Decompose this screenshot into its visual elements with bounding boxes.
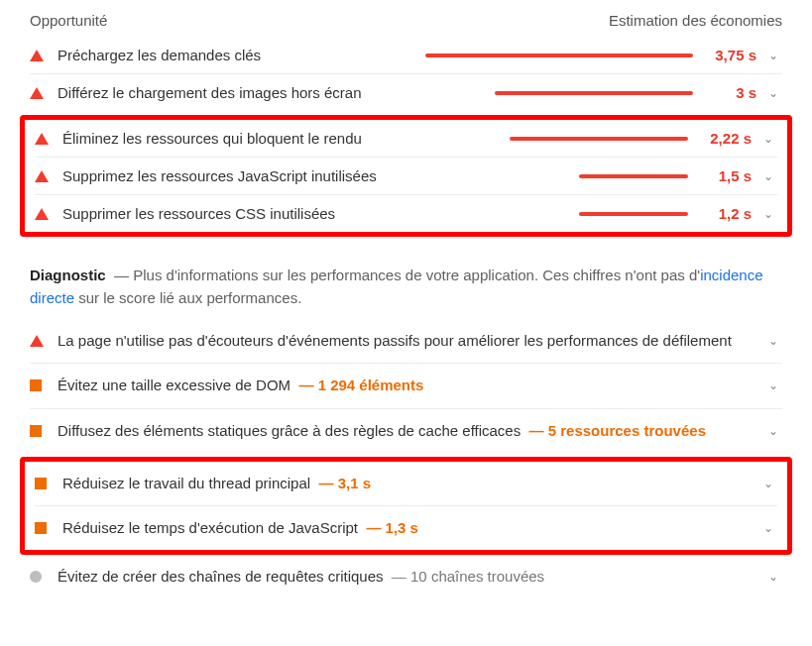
chevron-down-icon[interactable]: ⌄ (759, 132, 777, 146)
diagnostic-text: Réduisez le travail du thread principal … (62, 474, 752, 493)
savings-bar (425, 54, 693, 57)
savings-value: 1,5 s (694, 167, 752, 184)
chevron-down-icon[interactable]: ⌄ (764, 378, 782, 392)
chevron-down-icon[interactable]: ⌄ (759, 477, 777, 490)
diagnostic-row[interactable]: Diffusez des éléments statiques grâce à … (30, 408, 782, 453)
opportunity-table-header: Opportunité Estimation des économies (30, 12, 782, 37)
diagnostic-meta: 10 chaînes trouvées (410, 568, 544, 585)
opportunity-label: Préchargez les demandes clés (58, 47, 425, 63)
chevron-down-icon[interactable]: ⌄ (759, 207, 777, 221)
opportunity-row[interactable]: Éliminez les ressources qui bloquent le … (35, 120, 777, 157)
opportunity-row[interactable]: Différez le chargement des images hors é… (30, 73, 782, 111)
opportunity-label: Supprimer les ressources CSS inutilisées (62, 205, 420, 222)
chevron-down-icon[interactable]: ⌄ (764, 86, 782, 100)
opportunity-row[interactable]: Supprimez les ressources JavaScript inut… (35, 157, 777, 194)
triangle-red-icon (35, 133, 49, 145)
diagnostic-text: Évitez une taille excessive de DOM — 1 2… (58, 376, 756, 395)
status-icon (30, 571, 44, 583)
opportunity-label: Différez le chargement des images hors é… (58, 84, 425, 101)
diagnostic-meta: 1 294 éléments (318, 377, 424, 393)
status-icon (30, 379, 44, 391)
opportunity-row[interactable]: Supprimer les ressources CSS inutilisées… (35, 194, 777, 232)
diagnostic-text: La page n'utilise pas d'écouteurs d'évén… (58, 331, 756, 351)
diag-sep: — (114, 267, 129, 283)
diagnostic-header: Diagnostic — Plus d'informations sur les… (30, 265, 782, 309)
diagnostic-row[interactable]: Réduisez le travail du thread principal … (35, 462, 777, 505)
diagnostic-row[interactable]: La page n'utilise pas d'écouteurs d'évén… (30, 319, 782, 363)
highlight-box-diagnostics: Réduisez le travail du thread principal … (20, 457, 792, 556)
highlight-box-opportunities: Éliminez les ressources qui bloquent le … (20, 115, 792, 237)
savings-bar (420, 174, 688, 178)
chevron-down-icon[interactable]: ⌄ (764, 49, 782, 62)
diagnostic-text: Réduisez le temps d'exécution de JavaScr… (62, 518, 752, 538)
triangle-red-icon (35, 170, 49, 182)
diagnostic-row[interactable]: Évitez une taille excessive de DOM — 1 2… (30, 363, 782, 407)
chevron-down-icon[interactable]: ⌄ (764, 424, 782, 438)
diagnostic-meta: 3,1 s (338, 475, 371, 491)
status-icon (35, 478, 49, 489)
savings-bar (420, 212, 688, 216)
diagnostic-title: Diagnostic (30, 267, 106, 283)
diagnostic-text: Diffusez des éléments statiques grâce à … (58, 421, 756, 441)
status-icon (30, 335, 44, 347)
chevron-down-icon[interactable]: ⌄ (764, 334, 782, 348)
savings-bar (425, 91, 693, 95)
chevron-down-icon[interactable]: ⌄ (759, 521, 777, 535)
diagnostic-row[interactable]: Évitez de créer des chaînes de requêtes … (30, 555, 782, 598)
opportunity-row[interactable]: Préchargez les demandes clés3,75 s⌄ (30, 37, 782, 73)
savings-value: 2,22 s (694, 130, 752, 147)
diagnostic-meta: 5 ressources trouvées (548, 422, 706, 439)
header-opportunity: Opportunité (30, 12, 107, 29)
triangle-red-icon (30, 50, 44, 61)
diagnostic-meta: 1,3 s (386, 519, 418, 536)
savings-value: 1,2 s (694, 205, 752, 222)
diagnostic-desc2: sur le score lié aux performances. (74, 289, 301, 306)
diagnostic-text: Évitez de créer des chaînes de requêtes … (58, 567, 756, 587)
diagnostic-row[interactable]: Réduisez le temps d'exécution de JavaScr… (35, 505, 777, 550)
savings-value: 3 s (699, 84, 756, 101)
chevron-down-icon[interactable]: ⌄ (764, 570, 782, 584)
triangle-red-icon (35, 208, 49, 220)
triangle-red-icon (30, 87, 44, 99)
header-savings: Estimation des économies (609, 12, 782, 29)
status-icon (30, 425, 44, 437)
status-icon (35, 522, 49, 534)
chevron-down-icon[interactable]: ⌄ (759, 169, 777, 183)
opportunity-label: Supprimez les ressources JavaScript inut… (62, 167, 420, 184)
diagnostic-desc1: Plus d'informations sur les performances… (133, 267, 700, 283)
opportunity-label: Éliminez les ressources qui bloquent le … (62, 130, 420, 147)
savings-bar (420, 137, 688, 141)
savings-value: 3,75 s (699, 47, 756, 63)
